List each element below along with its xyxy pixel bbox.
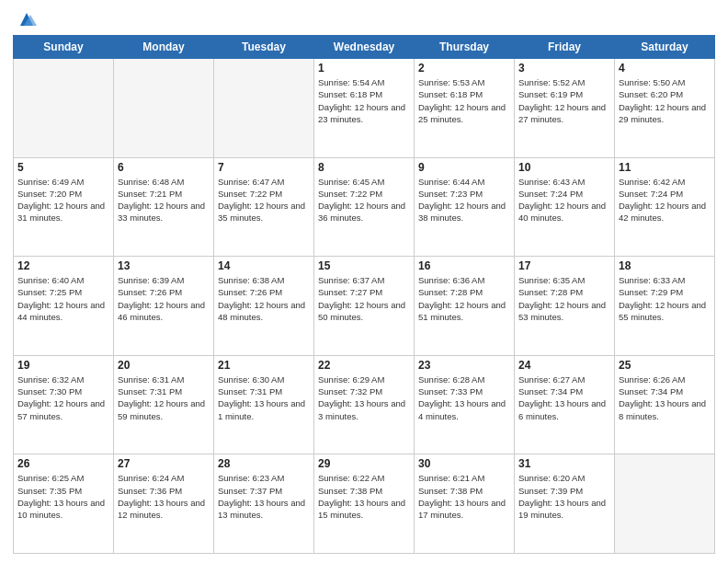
calendar-cell: 24Sunrise: 6:27 AM Sunset: 7:34 PM Dayli… (515, 355, 615, 454)
cell-content: Sunrise: 5:53 AM Sunset: 6:18 PM Dayligh… (418, 76, 510, 125)
cell-content: Sunrise: 6:48 AM Sunset: 7:21 PM Dayligh… (118, 176, 210, 224)
day-number: 23 (418, 359, 510, 372)
day-header-sunday: Sunday (14, 36, 114, 59)
cell-content: Sunrise: 6:45 AM Sunset: 7:22 PM Dayligh… (318, 176, 410, 224)
logo (13, 9, 37, 29)
calendar-cell (14, 59, 114, 158)
calendar-cell: 14Sunrise: 6:38 AM Sunset: 7:26 PM Dayli… (214, 257, 314, 356)
calendar-cell: 3Sunrise: 5:52 AM Sunset: 6:19 PM Daylig… (515, 59, 615, 158)
day-number: 31 (518, 457, 610, 470)
cell-content: Sunrise: 6:29 AM Sunset: 7:32 PM Dayligh… (318, 373, 410, 422)
calendar-cell: 1Sunrise: 5:54 AM Sunset: 6:18 PM Daylig… (314, 59, 415, 158)
cell-content: Sunrise: 6:28 AM Sunset: 7:33 PM Dayligh… (418, 373, 510, 422)
cell-content: Sunrise: 6:37 AM Sunset: 7:27 PM Dayligh… (318, 274, 410, 323)
calendar-cell: 22Sunrise: 6:29 AM Sunset: 7:32 PM Dayli… (314, 355, 415, 454)
calendar-cell: 7Sunrise: 6:47 AM Sunset: 7:22 PM Daylig… (214, 157, 314, 257)
cell-content: Sunrise: 6:44 AM Sunset: 7:23 PM Dayligh… (418, 176, 510, 224)
cell-content: Sunrise: 6:20 AM Sunset: 7:39 PM Dayligh… (518, 472, 610, 521)
calendar-cell: 11Sunrise: 6:42 AM Sunset: 7:24 PM Dayli… (615, 157, 715, 257)
day-header-thursday: Thursday (415, 36, 515, 59)
calendar-cell: 20Sunrise: 6:31 AM Sunset: 7:31 PM Dayli… (114, 355, 214, 454)
calendar-cell: 2Sunrise: 5:53 AM Sunset: 6:18 PM Daylig… (415, 59, 515, 158)
calendar-cell: 5Sunrise: 6:49 AM Sunset: 7:20 PM Daylig… (14, 157, 114, 257)
cell-content: Sunrise: 6:49 AM Sunset: 7:20 PM Dayligh… (17, 176, 109, 224)
logo-icon (17, 9, 37, 29)
calendar-cell: 25Sunrise: 6:26 AM Sunset: 7:34 PM Dayli… (615, 355, 715, 454)
cell-content: Sunrise: 6:42 AM Sunset: 7:24 PM Dayligh… (619, 176, 711, 224)
day-number: 7 (218, 161, 310, 174)
calendar-header-row: SundayMondayTuesdayWednesdayThursdayFrid… (14, 36, 715, 59)
calendar-cell: 15Sunrise: 6:37 AM Sunset: 7:27 PM Dayli… (314, 257, 415, 356)
day-number: 6 (118, 161, 210, 174)
day-number: 17 (518, 259, 610, 272)
day-number: 5 (17, 161, 109, 174)
cell-content: Sunrise: 5:50 AM Sunset: 6:20 PM Dayligh… (619, 76, 711, 125)
cell-content: Sunrise: 6:31 AM Sunset: 7:31 PM Dayligh… (118, 373, 210, 422)
cell-content: Sunrise: 6:43 AM Sunset: 7:24 PM Dayligh… (518, 176, 610, 224)
day-number: 16 (418, 259, 510, 272)
cell-content: Sunrise: 5:52 AM Sunset: 6:19 PM Dayligh… (518, 76, 610, 125)
cell-content: Sunrise: 6:40 AM Sunset: 7:25 PM Dayligh… (17, 274, 109, 323)
day-number: 15 (318, 259, 410, 272)
calendar-week-0: 1Sunrise: 5:54 AM Sunset: 6:18 PM Daylig… (14, 59, 715, 158)
day-number: 4 (619, 62, 711, 75)
cell-content: Sunrise: 6:38 AM Sunset: 7:26 PM Dayligh… (218, 274, 310, 323)
calendar-cell: 10Sunrise: 6:43 AM Sunset: 7:24 PM Dayli… (515, 157, 615, 257)
day-number: 20 (118, 359, 210, 372)
calendar-cell: 12Sunrise: 6:40 AM Sunset: 7:25 PM Dayli… (14, 257, 114, 356)
cell-content: Sunrise: 6:33 AM Sunset: 7:29 PM Dayligh… (619, 274, 711, 323)
page: SundayMondayTuesdayWednesdayThursdayFrid… (0, 0, 728, 563)
day-number: 27 (118, 457, 210, 470)
cell-content: Sunrise: 6:30 AM Sunset: 7:31 PM Dayligh… (218, 373, 310, 422)
day-number: 2 (418, 62, 510, 75)
calendar-cell: 21Sunrise: 6:30 AM Sunset: 7:31 PM Dayli… (214, 355, 314, 454)
day-number: 29 (318, 457, 410, 470)
header (13, 9, 715, 29)
cell-content: Sunrise: 5:54 AM Sunset: 6:18 PM Dayligh… (318, 76, 410, 125)
day-header-tuesday: Tuesday (214, 36, 314, 59)
calendar-cell: 29Sunrise: 6:22 AM Sunset: 7:38 PM Dayli… (314, 454, 415, 554)
calendar-cell: 28Sunrise: 6:23 AM Sunset: 7:37 PM Dayli… (214, 454, 314, 554)
day-number: 9 (418, 161, 510, 174)
cell-content: Sunrise: 6:24 AM Sunset: 7:36 PM Dayligh… (118, 472, 210, 521)
day-number: 22 (318, 359, 410, 372)
calendar-cell: 17Sunrise: 6:35 AM Sunset: 7:28 PM Dayli… (515, 257, 615, 356)
calendar-cell: 30Sunrise: 6:21 AM Sunset: 7:38 PM Dayli… (415, 454, 515, 554)
day-number: 8 (318, 161, 410, 174)
day-number: 21 (218, 359, 310, 372)
cell-content: Sunrise: 6:21 AM Sunset: 7:38 PM Dayligh… (418, 472, 510, 521)
day-number: 11 (619, 161, 711, 174)
day-header-friday: Friday (515, 36, 615, 59)
cell-content: Sunrise: 6:22 AM Sunset: 7:38 PM Dayligh… (318, 472, 410, 521)
calendar-cell (214, 59, 314, 158)
day-number: 26 (17, 457, 109, 470)
calendar-cell: 6Sunrise: 6:48 AM Sunset: 7:21 PM Daylig… (114, 157, 214, 257)
cell-content: Sunrise: 6:39 AM Sunset: 7:26 PM Dayligh… (118, 274, 210, 323)
day-header-saturday: Saturday (615, 36, 715, 59)
calendar-cell: 13Sunrise: 6:39 AM Sunset: 7:26 PM Dayli… (114, 257, 214, 356)
calendar-week-4: 26Sunrise: 6:25 AM Sunset: 7:35 PM Dayli… (14, 454, 715, 554)
calendar-cell: 19Sunrise: 6:32 AM Sunset: 7:30 PM Dayli… (14, 355, 114, 454)
calendar-cell (615, 454, 715, 554)
day-number: 3 (518, 62, 610, 75)
calendar-cell: 26Sunrise: 6:25 AM Sunset: 7:35 PM Dayli… (14, 454, 114, 554)
calendar-cell: 18Sunrise: 6:33 AM Sunset: 7:29 PM Dayli… (615, 257, 715, 356)
day-number: 19 (17, 359, 109, 372)
day-header-wednesday: Wednesday (314, 36, 415, 59)
day-header-monday: Monday (114, 36, 214, 59)
calendar-cell: 8Sunrise: 6:45 AM Sunset: 7:22 PM Daylig… (314, 157, 415, 257)
calendar-cell (114, 59, 214, 158)
cell-content: Sunrise: 6:23 AM Sunset: 7:37 PM Dayligh… (218, 472, 310, 521)
calendar-cell: 16Sunrise: 6:36 AM Sunset: 7:28 PM Dayli… (415, 257, 515, 356)
day-number: 12 (17, 259, 109, 272)
day-number: 24 (518, 359, 610, 372)
calendar-week-1: 5Sunrise: 6:49 AM Sunset: 7:20 PM Daylig… (14, 157, 715, 257)
day-number: 18 (619, 259, 711, 272)
day-number: 30 (418, 457, 510, 470)
cell-content: Sunrise: 6:35 AM Sunset: 7:28 PM Dayligh… (518, 274, 610, 323)
calendar-cell: 27Sunrise: 6:24 AM Sunset: 7:36 PM Dayli… (114, 454, 214, 554)
cell-content: Sunrise: 6:47 AM Sunset: 7:22 PM Dayligh… (218, 176, 310, 224)
cell-content: Sunrise: 6:25 AM Sunset: 7:35 PM Dayligh… (17, 472, 109, 521)
day-number: 10 (518, 161, 610, 174)
calendar-week-3: 19Sunrise: 6:32 AM Sunset: 7:30 PM Dayli… (14, 355, 715, 454)
